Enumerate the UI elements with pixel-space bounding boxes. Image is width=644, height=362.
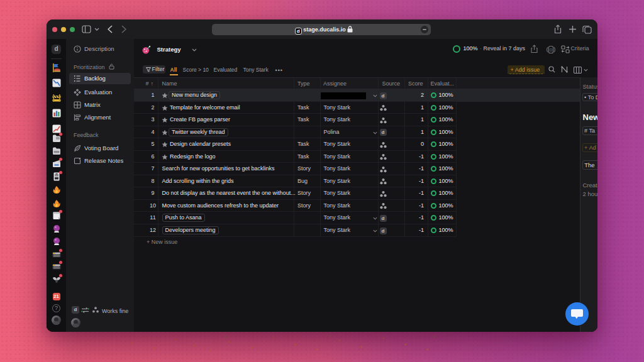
svg-text:0: 0 xyxy=(550,47,552,52)
